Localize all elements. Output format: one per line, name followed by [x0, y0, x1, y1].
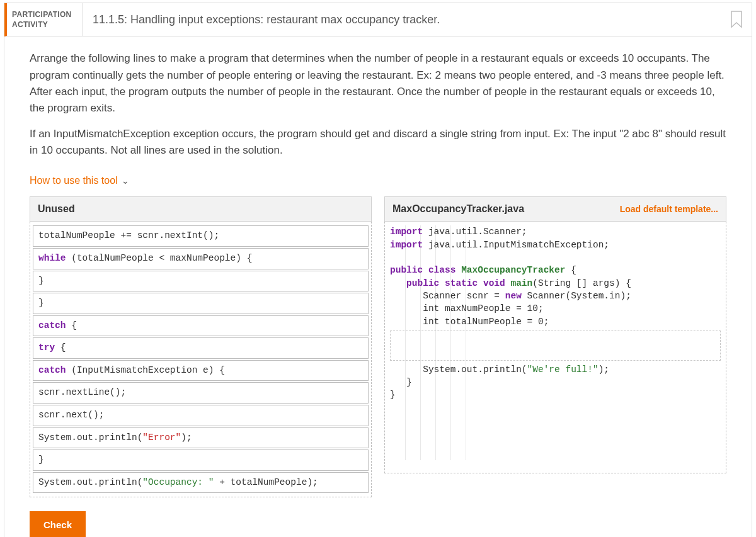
- activity-card: PARTICIPATION ACTIVITY 11.1.5: Handling …: [4, 3, 752, 537]
- code-tile[interactable]: try {: [33, 337, 369, 359]
- target-header: MaxOccupancyTracker.java Load default te…: [384, 196, 726, 222]
- code-line: import java.util.InputMismatchException;: [390, 239, 721, 251]
- code-line: import java.util.Scanner;: [390, 225, 721, 238]
- code-tile[interactable]: totalNumPeople += scnr.nextInt();: [33, 225, 369, 247]
- code-line: }: [390, 376, 721, 388]
- code-line: int maxNumPeople = 10;: [390, 302, 721, 315]
- code-tile[interactable]: System.out.println("Error");: [33, 427, 369, 449]
- code-tile[interactable]: catch {: [33, 315, 369, 337]
- code-area[interactable]: import java.util.Scanner;import java.uti…: [384, 222, 726, 473]
- activity-title: 11.1.5: Handling input exceptions: resta…: [83, 3, 726, 36]
- target-column: MaxOccupancyTracker.java Load default te…: [384, 196, 726, 473]
- workspace: Unused totalNumPeople += scnr.nextInt();…: [30, 196, 726, 497]
- how-to-use-toggle[interactable]: How to use this tool ⌄: [30, 175, 129, 186]
- activity-body: Arrange the following lines to make a pr…: [4, 37, 752, 537]
- code-tile[interactable]: }: [33, 293, 369, 314]
- unused-header: Unused: [30, 196, 372, 222]
- instructions-p1: Arrange the following lines to make a pr…: [30, 50, 726, 116]
- code-tile[interactable]: }: [33, 271, 369, 292]
- code-line: public class MaxOccupancyTracker {: [390, 264, 721, 276]
- code-line: }: [390, 388, 721, 401]
- code-tile[interactable]: scnr.nextLine();: [33, 382, 369, 404]
- code-tile[interactable]: System.out.println("Occupancy: " + total…: [33, 472, 369, 494]
- activity-kind-label: PARTICIPATION ACTIVITY: [7, 3, 83, 36]
- check-button[interactable]: Check: [30, 511, 86, 537]
- code-tile[interactable]: scnr.next();: [33, 405, 369, 426]
- code-line: Scanner scnr = new Scanner(System.in);: [390, 290, 721, 302]
- how-to-label: How to use this tool: [30, 175, 118, 186]
- code-tile[interactable]: catch (InputMismatchException e) {: [33, 360, 369, 382]
- target-filename: MaxOccupancyTracker.java: [392, 203, 524, 215]
- unused-list[interactable]: totalNumPeople += scnr.nextInt();while (…: [30, 222, 372, 497]
- instructions: Arrange the following lines to make a pr…: [30, 50, 726, 159]
- code-line: [390, 251, 721, 264]
- code-line: int totalNumPeople = 0;: [390, 315, 721, 328]
- load-default-link[interactable]: Load default template...: [620, 204, 718, 214]
- unused-title: Unused: [38, 203, 75, 215]
- code-line: System.out.println("We're full!");: [390, 363, 721, 376]
- drop-zone[interactable]: [390, 331, 721, 361]
- bookmark-icon[interactable]: [726, 3, 752, 36]
- instructions-p2: If an InputMismatchException exception o…: [30, 126, 726, 159]
- activity-header: PARTICIPATION ACTIVITY 11.1.5: Handling …: [4, 3, 752, 37]
- code-line: public static void main(String [] args) …: [390, 277, 721, 290]
- code-tile[interactable]: }: [33, 449, 369, 471]
- chevron-down-icon: ⌄: [122, 176, 129, 186]
- unused-column: Unused totalNumPeople += scnr.nextInt();…: [30, 196, 372, 497]
- code-tile[interactable]: while (totalNumPeople < maxNumPeople) {: [33, 248, 369, 269]
